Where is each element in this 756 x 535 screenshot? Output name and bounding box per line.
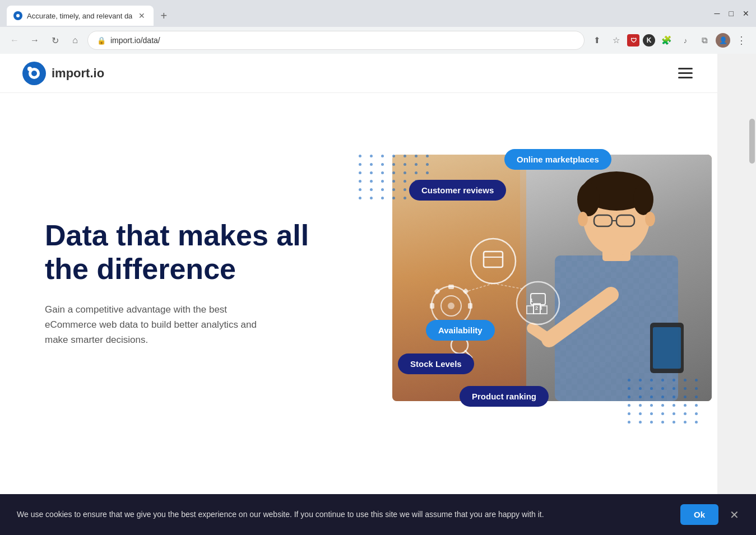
- cookie-ok-button[interactable]: Ok: [680, 504, 718, 525]
- tab-title: Accurate, timely, and relevant da: [27, 12, 132, 20]
- shield-extension-icon[interactable]: 🛡: [627, 34, 639, 46]
- svg-rect-23: [484, 252, 503, 267]
- music-note-icon[interactable]: ♪: [678, 32, 693, 48]
- svg-point-14: [578, 212, 588, 226]
- hero-section: Data that makes all the difference Gain …: [0, 93, 717, 474]
- browser-title-bar: Accurate, timely, and relevant da ✕ + ─ …: [0, 0, 756, 27]
- cookie-close-button[interactable]: ✕: [730, 508, 739, 522]
- hamburger-line-1: [678, 68, 693, 69]
- svg-point-22: [471, 239, 516, 283]
- maximize-button[interactable]: □: [729, 9, 734, 18]
- share-icon[interactable]: ⬆: [589, 32, 605, 48]
- extensions-icon[interactable]: 🧩: [658, 32, 674, 48]
- forward-button[interactable]: →: [27, 32, 43, 48]
- svg-rect-28: [448, 285, 454, 289]
- cookie-message: We use cookies to ensure that we give yo…: [17, 509, 671, 520]
- svg-rect-36: [527, 306, 534, 314]
- logo[interactable]: import.io: [22, 62, 104, 85]
- site-nav: import.io: [0, 54, 717, 93]
- back-button[interactable]: ←: [7, 32, 22, 48]
- svg-point-3: [27, 67, 32, 71]
- svg-rect-32: [434, 288, 440, 294]
- svg-rect-30: [430, 303, 434, 309]
- home-button[interactable]: ⌂: [67, 32, 83, 48]
- toolbar-actions: ⬆ ☆ 🛡 K 🧩 ♪ ⧉ 👤 ⋮: [589, 32, 749, 48]
- hamburger-line-2: [678, 72, 693, 74]
- lock-icon: 🔒: [97, 36, 106, 45]
- online-marketplaces-tag: Online marketplaces: [504, 149, 611, 170]
- new-tab-button[interactable]: +: [156, 8, 171, 24]
- hero-text-block: Data that makes all the difference Gain …: [45, 219, 336, 347]
- browser-body: import.io Data that makes all the differ…: [0, 54, 756, 535]
- address-bar[interactable]: 🔒 import.io/data/: [87, 31, 585, 50]
- browser-tab[interactable]: Accurate, timely, and relevant da ✕: [7, 6, 154, 26]
- close-button[interactable]: ✕: [743, 9, 749, 18]
- refresh-button[interactable]: ↻: [47, 32, 63, 48]
- product-ranking-tag: Product ranking: [460, 386, 549, 407]
- svg-line-44: [493, 283, 524, 289]
- cookie-banner: We use cookies to ensure that we give yo…: [0, 494, 756, 535]
- hamburger-line-3: [678, 77, 693, 78]
- svg-text:1: 1: [530, 297, 533, 303]
- svg-text:2 3: 2 3: [535, 305, 542, 311]
- hero-title: Data that makes all the difference: [45, 219, 336, 286]
- stock-levels-tag: Stock Levels: [398, 353, 474, 374]
- svg-rect-31: [468, 303, 472, 309]
- minimize-button[interactable]: ─: [715, 9, 720, 18]
- menu-button[interactable]: ⋮: [734, 32, 749, 48]
- svg-rect-19: [653, 327, 681, 369]
- scrollbar-thumb[interactable]: [749, 119, 755, 164]
- hamburger-menu[interactable]: [676, 66, 695, 81]
- dot-grid-bottom-right: [628, 379, 701, 424]
- logo-text: import.io: [52, 66, 104, 81]
- profile-avatar[interactable]: 👤: [716, 33, 730, 48]
- svg-point-9: [577, 183, 600, 216]
- bookmark-icon[interactable]: ☆: [608, 32, 624, 48]
- browser-toolbar: ← → ↻ ⌂ 🔒 import.io/data/ ⬆ ☆ 🛡 K 🧩 ♪ ⧉ …: [0, 27, 756, 54]
- hero-subtitle: Gain a competitive advantage with the be…: [45, 302, 280, 348]
- k-extension-icon[interactable]: K: [643, 34, 655, 46]
- split-screen-icon[interactable]: ⧉: [697, 32, 712, 48]
- customer-reviews-tag: Customer reviews: [409, 180, 506, 201]
- svg-point-27: [448, 303, 454, 309]
- address-text[interactable]: import.io/data/: [110, 36, 575, 45]
- svg-line-43: [465, 283, 493, 292]
- tab-close-button[interactable]: ✕: [137, 11, 147, 21]
- scrollbar-track[interactable]: [748, 108, 756, 535]
- availability-tag: Availability: [426, 320, 495, 341]
- hero-image-area: 1 2 3 Online marketplaces Customer revie…: [359, 143, 695, 424]
- svg-point-15: [645, 212, 655, 226]
- svg-point-10: [633, 184, 653, 215]
- logo-icon: [22, 62, 46, 85]
- svg-point-2: [31, 71, 37, 76]
- webpage: import.io Data that makes all the differ…: [0, 54, 717, 535]
- window-controls: ─ □ ✕: [715, 9, 749, 18]
- tab-favicon: [13, 11, 22, 20]
